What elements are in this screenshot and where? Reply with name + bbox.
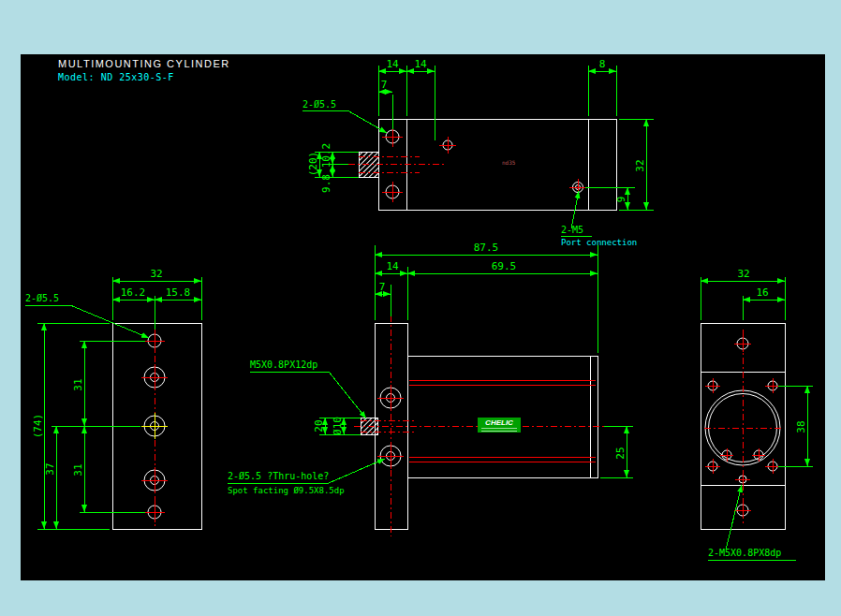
label-port-sub: Port connection: [561, 238, 637, 247]
dim-31-bottom: 31: [72, 463, 84, 476]
dim-25: 25: [614, 447, 627, 459]
label-thread: 2-M5X0.8PX8dp: [708, 548, 781, 558]
dim-87-5: 87.5: [474, 242, 499, 254]
dim-10-2: 10.2: [320, 143, 332, 169]
label-holes: 2-Ø5.5: [302, 99, 336, 110]
dim-32: 32: [150, 268, 162, 280]
dim-15-8: 15.8: [166, 286, 191, 299]
dim-74-paren: (74): [32, 414, 44, 439]
dim-9-8: 9.8: [320, 174, 332, 193]
dim-14-left: 14: [386, 58, 399, 70]
dim-69-5: 69.5: [492, 260, 517, 272]
dim-37: 37: [44, 462, 56, 475]
part-mark: nd35: [502, 159, 516, 166]
label-thru-hole: 2-Ø5.5 ?Thru-hole?: [228, 471, 329, 481]
drawing-title: MULTIMOUNTING CYLINDER: [58, 58, 230, 69]
label-thread: M5X0.8PX12dp: [250, 359, 317, 370]
dim-16: 16: [756, 286, 768, 299]
dim-d10: Ø10: [332, 417, 344, 435]
label-spot-facing: Spot facting Ø9.5X8.5dp: [228, 486, 345, 495]
drawing-canvas: [21, 54, 825, 580]
dim-14-right: 14: [414, 58, 427, 70]
dim-31-top: 31: [72, 378, 84, 390]
drawing-model: Model: ND 25x30-S-F: [58, 72, 174, 82]
dim-8: 8: [599, 58, 606, 70]
cad-drawing: MULTIMOUNTING CYLINDER Model: ND 25x30-S…: [0, 0, 841, 616]
label-port: 2-M5: [561, 225, 583, 235]
dim-32: 32: [634, 159, 646, 171]
dim-14: 14: [386, 260, 399, 272]
label-holes: 2-Ø5.5: [25, 293, 59, 303]
dim-7: 7: [379, 281, 386, 293]
chelic-logo: CHELIC: [478, 418, 521, 433]
logo-text: CHELIC: [485, 418, 513, 427]
dim-7: 7: [381, 79, 388, 91]
dim-20: 20: [313, 419, 325, 432]
dim-9: 9: [615, 197, 627, 203]
dim-38: 38: [795, 420, 807, 433]
dim-32: 32: [737, 268, 749, 280]
dim-20-paren: (20): [307, 152, 319, 177]
dim-16-2: 16.2: [121, 286, 146, 299]
